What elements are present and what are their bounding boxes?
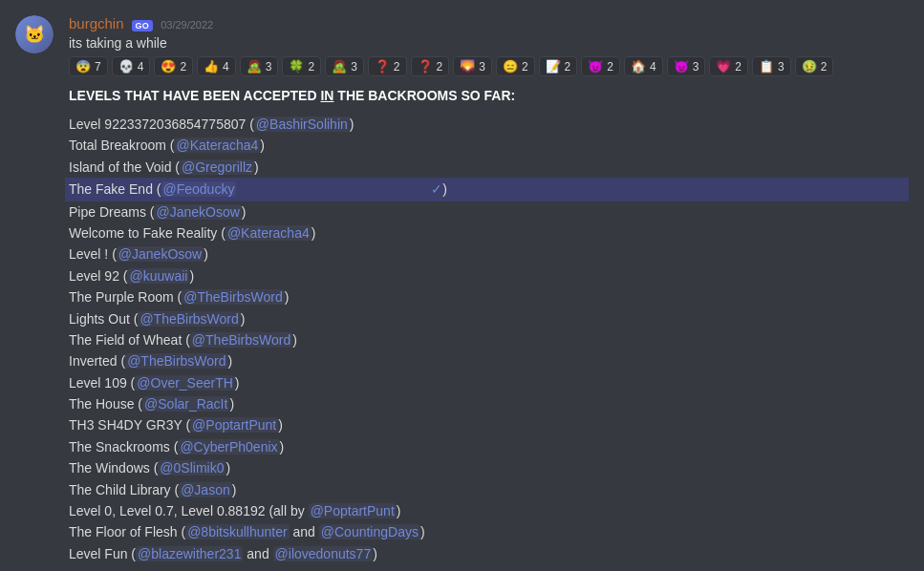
- level-line-18: Level 0, Level 0.7, Level 0.88192 (all b…: [69, 500, 909, 521]
- mention-17[interactable]: @Jason: [179, 482, 232, 497]
- reaction-count-11: 2: [565, 60, 571, 74]
- reaction-0[interactable]: 😨7: [69, 56, 108, 76]
- reaction-count-8: 2: [437, 60, 443, 74]
- mention-3[interactable]: @Feoducky: [161, 181, 237, 197]
- reaction-count-3: 4: [223, 60, 229, 74]
- reaction-13[interactable]: 🏠4: [624, 56, 663, 76]
- level-line-12: Level 109 (@Over_SeerTH): [69, 372, 909, 393]
- level-line-0: Level 9223372036854775807 (@BashirSolihi…: [69, 114, 909, 135]
- mention-13[interactable]: @Solar_RacIt: [142, 396, 229, 412]
- mention-16[interactable]: @0Slimik0: [158, 460, 226, 476]
- level-end-4: ): [242, 204, 247, 220]
- reaction-count-10: 2: [522, 60, 528, 74]
- level-line-16: The Windows (@0Slimik0): [69, 457, 909, 478]
- level-text-3: The Fake End (: [69, 181, 161, 197]
- level-end-17: ): [232, 482, 237, 497]
- mention-5[interactable]: @Kateracha4: [226, 225, 312, 241]
- reaction-2[interactable]: 😍2: [154, 56, 193, 76]
- mention-9[interactable]: @TheBirbsWord: [138, 311, 240, 327]
- reaction-7[interactable]: ❓2: [368, 56, 407, 76]
- level-end-12: ): [235, 375, 240, 391]
- reaction-emoji-7: ❓: [375, 59, 390, 74]
- level-line-7: Level 92 (@kuuwaii): [69, 265, 909, 286]
- mention-19[interactable]: @8bitskullhunter: [185, 524, 290, 539]
- mention-8[interactable]: @TheBirbsWord: [182, 289, 284, 305]
- reaction-17[interactable]: 🤢2: [795, 56, 834, 76]
- reaction-emoji-13: 🏠: [631, 59, 646, 74]
- mention2-19[interactable]: @CountingDays: [319, 524, 420, 539]
- level-text-2: Island of the Void (: [69, 159, 180, 175]
- reaction-4[interactable]: 🧟3: [240, 56, 279, 76]
- level-text-1: Total Breakroom (: [69, 137, 174, 153]
- level-end-16: ): [226, 460, 230, 476]
- reaction-12[interactable]: 😈2: [581, 56, 620, 76]
- avatar-image: 🐱: [15, 15, 54, 53]
- levels-header: LEVELS THAT HAVE BEEN ACCEPTED IN THE BA…: [69, 86, 909, 106]
- reaction-8[interactable]: ❓2: [411, 56, 450, 76]
- mention-2[interactable]: @Gregorillz: [180, 159, 254, 175]
- reaction-count-4: 3: [266, 60, 272, 74]
- mention-14[interactable]: @PoptartPunt: [190, 417, 278, 433]
- level-text-16: The Windows (: [69, 460, 158, 476]
- level-end-0: ): [350, 116, 355, 132]
- reaction-emoji-15: 💗: [716, 59, 731, 74]
- levels-header-in: IN: [320, 88, 333, 103]
- reaction-emoji-8: ❓: [418, 59, 433, 74]
- reaction-3[interactable]: 👍4: [197, 56, 236, 76]
- level-end-11: ): [228, 353, 233, 369]
- mention-15[interactable]: @CyberPh0enix: [178, 439, 279, 455]
- levels-container: Level 9223372036854775807 (@BashirSolihi…: [69, 114, 909, 564]
- reaction-1[interactable]: 💀4: [112, 56, 151, 76]
- reaction-emoji-3: 👍: [204, 59, 219, 74]
- reaction-5[interactable]: 🍀2: [282, 56, 321, 76]
- reaction-10[interactable]: 😑2: [496, 56, 535, 76]
- level-text-9: Lights Out (: [69, 311, 138, 327]
- reaction-6[interactable]: 🧟3: [325, 56, 364, 76]
- reaction-14[interactable]: 😈3: [667, 56, 706, 76]
- level-line-5: Welcome to Fake Reality (@Kateracha4): [69, 222, 909, 243]
- reaction-16[interactable]: 📋3: [752, 56, 791, 76]
- mention-1[interactable]: @Kateracha4: [174, 137, 260, 153]
- level-text-10: The Field of Wheat (: [69, 332, 190, 348]
- level-end-9: ): [241, 311, 246, 327]
- mention2-20[interactable]: @ilovedonuts77: [273, 546, 374, 561]
- mention-0[interactable]: @BashirSolihin: [254, 116, 350, 132]
- mention-4[interactable]: @JanekOsow: [154, 204, 241, 220]
- level-end-2: ): [254, 159, 259, 175]
- level-line-8: The Purple Room (@TheBirbsWord): [69, 286, 909, 307]
- mention-10[interactable]: @TheBirbsWord: [190, 332, 292, 348]
- level-text-11: Inverted (: [69, 353, 125, 369]
- reaction-9[interactable]: 🌄3: [453, 56, 492, 76]
- reaction-emoji-4: 🧟: [247, 59, 262, 74]
- level-line-6: Level ! (@JanekOsow): [69, 243, 909, 264]
- level-line-17: The Child Library (@Jason): [69, 479, 909, 500]
- mention-12[interactable]: @Over_SeerTH: [135, 375, 235, 391]
- level-extra-20: and: [243, 546, 272, 561]
- reaction-count-7: 2: [394, 60, 400, 74]
- mention-7[interactable]: @kuuwaii: [127, 268, 189, 284]
- reaction-count-6: 3: [351, 60, 357, 74]
- mention-20[interactable]: @blazewither231: [136, 546, 243, 561]
- level-text-17: The Child Library (: [69, 482, 179, 497]
- level-text-14: TH3 SH4DY GR3Y (: [69, 417, 190, 433]
- mention-6[interactable]: @JanekOsow: [117, 246, 204, 262]
- level-line-14: TH3 SH4DY GR3Y (@PoptartPunt): [69, 414, 909, 435]
- level-end-1: ): [260, 137, 265, 153]
- reaction-15[interactable]: 💗2: [709, 56, 748, 76]
- levels-header-part2: THE BACKROOMS SO FAR:: [333, 88, 515, 103]
- reaction-emoji-14: 😈: [674, 59, 689, 74]
- mention-18[interactable]: @PoptartPunt: [309, 503, 397, 518]
- reaction-count-0: 7: [95, 60, 101, 74]
- reaction-count-5: 2: [308, 60, 314, 74]
- reaction-11[interactable]: 📝2: [539, 56, 578, 76]
- username: burgchin: [69, 15, 124, 32]
- level-line-1: Total Breakroom (@Kateracha4): [69, 135, 909, 156]
- reaction-emoji-0: 😨: [75, 59, 91, 74]
- level-end2-19: ): [420, 524, 425, 539]
- reaction-emoji-2: 😍: [161, 59, 176, 74]
- level-line-19: The Floor of Flesh (@8bitskullhunter and…: [69, 521, 909, 542]
- level-text-13: The House (: [69, 396, 142, 412]
- level-extra-19: and: [290, 524, 319, 539]
- message-header: burgchin GO 03/29/2022: [69, 15, 909, 32]
- mention-11[interactable]: @TheBirbsWord: [125, 353, 227, 369]
